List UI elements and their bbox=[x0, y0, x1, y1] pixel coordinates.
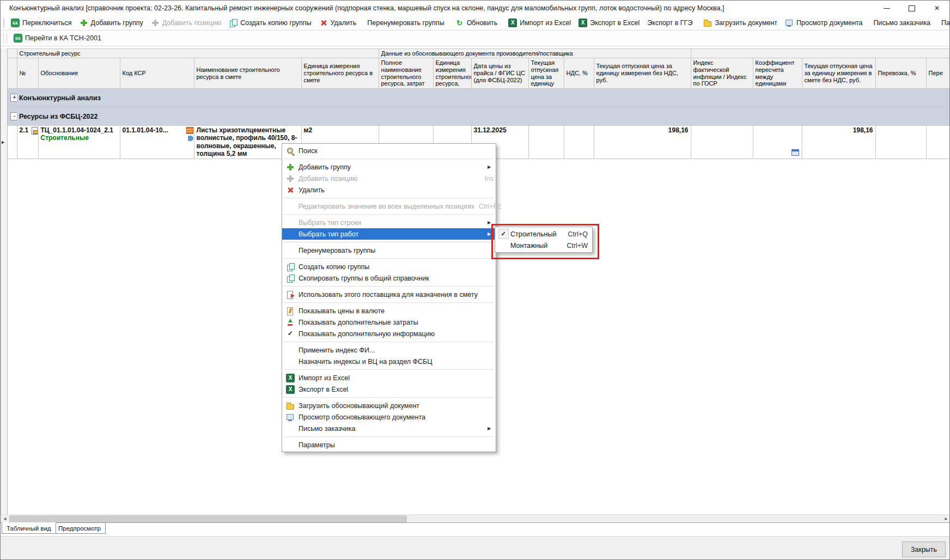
export-excel-button[interactable]: Экспорт в Excel bbox=[575, 17, 643, 29]
scrollbar-thumb[interactable] bbox=[9, 515, 407, 522]
menu-item-delete[interactable]: Удалить bbox=[282, 184, 496, 196]
column-header-inflation-index[interactable]: Индекс фактической инфляции / Индекс по … bbox=[691, 58, 753, 89]
menu-item-edit-all-selected[interactable]: Редактировать значение во всех выделенны… bbox=[282, 200, 496, 212]
maximize-button[interactable] bbox=[899, 1, 924, 16]
menu-item-select-row-type[interactable]: Выбрать тип строки▶ bbox=[282, 217, 496, 228]
parameters-button[interactable]: Параметры bbox=[937, 17, 950, 29]
menu-item-use-supplier[interactable]: Использовать этого поставщика для назнач… bbox=[282, 289, 496, 300]
menu-item-load-document[interactable]: Загрузить обосновывающий документ bbox=[282, 400, 496, 411]
column-header-justification[interactable]: Обоснование bbox=[38, 58, 120, 89]
cell-ksr-code[interactable]: 01.1.01.04-10... bbox=[120, 126, 194, 159]
menu-item-assign-indexes[interactable]: Назначить индексы и ВЦ на раздел ФСБЦ bbox=[282, 356, 496, 367]
cell-price-no-vat[interactable]: 198,16 bbox=[594, 126, 691, 159]
tab-preview[interactable]: Предпросмотр bbox=[53, 522, 106, 534]
add-position-button[interactable]: Добавить позицию bbox=[147, 17, 226, 29]
menu-item-renumber-groups[interactable]: Перенумеровать группы bbox=[282, 245, 496, 256]
menu-item-export-excel[interactable]: Экспорт в Excel bbox=[282, 384, 496, 395]
view-document-button[interactable]: Просмотр документа bbox=[781, 17, 867, 29]
column-header-price-date[interactable]: Дата цены из прайса / ФГИС ЦС (для ФСБЦ-… bbox=[471, 58, 528, 89]
cell-conversion-coeff[interactable] bbox=[753, 126, 802, 159]
current-row-marker: ▸ bbox=[2, 139, 4, 145]
delete-button[interactable]: Удалить bbox=[315, 17, 361, 29]
cell-num[interactable]: 2.1 bbox=[17, 126, 38, 159]
copy-group-button[interactable]: Создать копию группы bbox=[225, 17, 315, 29]
import-excel-button[interactable]: Импорт из Excel bbox=[504, 17, 575, 29]
menu-item-show-extra-costs[interactable]: Показывать дополнительные затраты bbox=[282, 316, 496, 328]
cell-transport[interactable] bbox=[875, 126, 926, 159]
menu-item-parameters[interactable]: Параметры bbox=[282, 439, 496, 451]
column-header-transport[interactable]: Перевозка, % bbox=[875, 58, 926, 89]
submenu-item-installation[interactable]: Монтажный Ctrl+W bbox=[495, 240, 592, 251]
plus-gray-icon bbox=[286, 174, 295, 183]
submenu-item-construction[interactable]: ✓ Строительный Ctrl+Q bbox=[495, 228, 592, 240]
group-row-analysis[interactable]: + Конъюнктурный анализ bbox=[8, 89, 950, 107]
scroll-left-arrow-icon[interactable]: ◄ bbox=[1, 515, 9, 523]
menu-item-add-group[interactable]: Добавить группу▶ bbox=[282, 161, 496, 173]
close-window-button[interactable]: ✕ bbox=[924, 1, 949, 16]
column-header-current-price[interactable]: Текущая отпускная цена за единицу bbox=[528, 58, 564, 89]
red-x-icon bbox=[286, 186, 295, 194]
menu-item-view-document[interactable]: Просмотр обосновывающего документа bbox=[282, 411, 496, 423]
cell-price-estimate[interactable]: 198,16 bbox=[802, 126, 875, 159]
folder-icon bbox=[703, 19, 712, 27]
grid-icon[interactable] bbox=[791, 149, 799, 156]
main-toolbar: Переключиться Добавить группу Добавить п… bbox=[1, 16, 949, 31]
column-header-unit2[interactable]: Единица измерения строительного ресурса, bbox=[433, 58, 471, 89]
submenu-arrow-icon: ▶ bbox=[485, 165, 494, 169]
ka-icon bbox=[14, 34, 22, 42]
horizontal-scrollbar[interactable]: ◄ ► bbox=[1, 514, 950, 522]
menu-item-search[interactable]: Поиск bbox=[282, 145, 496, 156]
column-header-truncated[interactable]: Пере bbox=[926, 58, 950, 89]
column-header-conversion-coeff[interactable]: Коэффициент пересчета между единицами bbox=[753, 58, 802, 89]
menu-item-customer-letter[interactable]: Письмо заказчика▶ bbox=[282, 423, 496, 434]
cell-inflation-index[interactable] bbox=[691, 126, 753, 159]
group-header-supplier-data: Данные из обосновывающего документа прои… bbox=[379, 49, 691, 58]
close-button[interactable]: Закрыть bbox=[902, 541, 946, 557]
column-header-num[interactable]: № bbox=[17, 58, 38, 89]
expand-button[interactable]: + bbox=[10, 94, 17, 102]
menu-item-show-extra-info[interactable]: Показывать дополнительную информацию bbox=[282, 328, 496, 339]
menu-item-apply-fi-index[interactable]: Применить индекс ФИ... bbox=[282, 344, 496, 356]
menu-separator bbox=[284, 369, 494, 370]
load-document-button[interactable]: Загрузить документ bbox=[699, 17, 781, 29]
goto-ka-tsn-button[interactable]: Перейти в КА ТСН-2001 bbox=[10, 32, 105, 45]
menu-item-select-work-type[interactable]: Выбрать тип работ▶ bbox=[282, 228, 496, 240]
column-header-unit[interactable]: Единица измерения строительного ресурса … bbox=[301, 58, 379, 89]
column-header-price-estimate[interactable]: Текущая отпускная цена за единицу измере… bbox=[802, 58, 875, 89]
tab-table-view[interactable]: Табличный вид bbox=[2, 522, 56, 534]
checkmark-icon: ✓ bbox=[498, 229, 509, 239]
minimize-button[interactable]: — bbox=[874, 1, 899, 16]
menu-item-show-currency-prices[interactable]: Показывать цены в валюте bbox=[282, 305, 496, 316]
menu-item-add-position[interactable]: Добавить позициюIns bbox=[282, 173, 496, 184]
cell-current-price[interactable] bbox=[528, 126, 564, 159]
excel-icon bbox=[286, 374, 295, 382]
refresh-icon bbox=[455, 19, 464, 27]
column-header-vat[interactable]: НДС, % bbox=[564, 58, 594, 89]
copy-icon bbox=[286, 274, 295, 283]
cell-justification[interactable]: ТЦ_01.1.01.04-1024_2.1 Строительные bbox=[38, 126, 120, 159]
cell-truncated[interactable] bbox=[926, 126, 950, 159]
view-tabstrip: Табличный вид Предпросмотр bbox=[1, 522, 950, 536]
collapse-button[interactable]: - bbox=[10, 112, 17, 120]
scroll-right-arrow-icon[interactable]: ► bbox=[942, 515, 950, 523]
group-row-fsbc[interactable]: - Ресурсы из ФСБЦ-2022 bbox=[8, 107, 950, 126]
switch-button[interactable]: Переключиться bbox=[7, 17, 76, 29]
window-title: Конъюнктурный анализ [справочник проекта… bbox=[9, 4, 874, 12]
submenu-arrow-icon: ▶ bbox=[485, 220, 494, 225]
column-header-ksr-code[interactable]: Код КСР bbox=[120, 58, 194, 89]
menu-item-copy-group[interactable]: Создать копию группы bbox=[282, 261, 496, 272]
renumber-groups-button[interactable]: Перенумеровать группы bbox=[363, 17, 448, 29]
column-header-name[interactable]: Наименование строительного ресурса в сме… bbox=[194, 58, 301, 89]
menu-item-copy-to-shared[interactable]: Скопировать группы в общий справочник bbox=[282, 272, 496, 284]
group-header-empty bbox=[8, 49, 17, 58]
ka-icon bbox=[11, 19, 20, 27]
column-header-price-no-vat[interactable]: Текущая отпускная цена за единицу измере… bbox=[594, 58, 691, 89]
cell-vat[interactable] bbox=[564, 126, 594, 159]
export-gge-button[interactable]: Экспорт в ГГЭ bbox=[643, 17, 696, 29]
column-header-full-name[interactable]: Полное наименование строительного ресурс… bbox=[379, 58, 433, 89]
menu-item-import-excel[interactable]: Импорт из Excel bbox=[282, 372, 496, 384]
add-group-button[interactable]: Добавить группу bbox=[76, 17, 147, 29]
status-bar: Закрыть bbox=[1, 536, 950, 560]
customer-letter-button[interactable]: Письмо заказчика bbox=[870, 17, 935, 29]
refresh-button[interactable]: Обновить bbox=[452, 17, 502, 29]
